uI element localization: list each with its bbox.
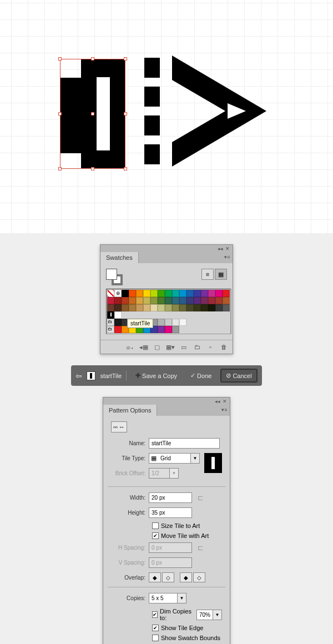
color-swatch[interactable] — [172, 319, 179, 326]
color-swatch[interactable] — [179, 319, 186, 326]
color-swatch[interactable] — [143, 297, 150, 304]
overlap-right-button[interactable]: ◇ — [162, 572, 174, 582]
color-group-folder[interactable]: 🗀 — [107, 319, 114, 326]
color-swatch[interactable] — [201, 297, 208, 304]
color-swatch[interactable] — [172, 297, 179, 304]
color-swatch[interactable] — [158, 304, 165, 311]
color-swatch[interactable] — [179, 304, 186, 311]
selection-handle[interactable] — [91, 112, 94, 115]
trash-icon[interactable]: 🗑 — [219, 343, 228, 351]
done-button[interactable]: ✓ Done — [186, 370, 216, 381]
selection-handle[interactable] — [91, 167, 94, 170]
color-group-folder[interactable]: 🗀 — [107, 326, 114, 333]
selection-handle[interactable] — [91, 57, 94, 61]
color-swatch[interactable] — [179, 290, 186, 297]
move-tile-checkbox[interactable]: ✔ — [152, 532, 159, 539]
color-swatch[interactable] — [114, 319, 122, 326]
color-swatch[interactable] — [194, 297, 201, 304]
artboard-canvas[interactable] — [0, 0, 333, 233]
overlap-bottom-button[interactable]: ◇ — [193, 572, 205, 582]
color-swatch[interactable] — [136, 297, 143, 304]
fill-box[interactable] — [106, 269, 117, 280]
color-swatch[interactable] — [186, 290, 194, 297]
selection-handle[interactable] — [58, 57, 62, 61]
back-arrow-icon[interactable]: ⇦ — [75, 371, 82, 380]
color-swatch[interactable] — [129, 297, 136, 304]
pattern-options-tab[interactable]: Pattern Options — [103, 405, 157, 416]
collapse-icon[interactable]: ◂◂ — [214, 398, 220, 404]
panel-menu-icon[interactable]: ▾≡ — [224, 254, 230, 260]
copies-dropdown[interactable]: 5 x 5 ▼ — [149, 593, 186, 603]
fill-stroke-indicator[interactable] — [106, 269, 123, 285]
color-swatch[interactable] — [179, 297, 186, 304]
swatch-grid[interactable]: ⊕🗀🗀 — [106, 289, 231, 334]
edit-swatch-icon[interactable]: ▭ — [179, 343, 188, 351]
color-swatch[interactable] — [201, 290, 208, 297]
color-swatch[interactable] — [223, 297, 230, 304]
overlap-top-button[interactable]: ◆ — [180, 572, 192, 582]
color-swatch[interactable] — [223, 290, 230, 297]
color-swatch[interactable] — [165, 290, 172, 297]
folder-icon[interactable]: 🗀 — [193, 343, 201, 351]
pattern-tile-tool-button[interactable]: ▫▫ ↔ — [111, 421, 127, 432]
height-field[interactable] — [149, 507, 192, 518]
selection-handle[interactable] — [58, 112, 62, 115]
color-swatch[interactable] — [201, 304, 208, 311]
new-color-group-icon[interactable]: ▦▾ — [166, 343, 175, 351]
color-swatch[interactable] — [165, 304, 172, 311]
color-swatch[interactable] — [158, 297, 165, 304]
swatches-tab[interactable]: Swatches — [100, 252, 139, 263]
panel-titlebar[interactable]: ◂◂ ✕ — [100, 245, 233, 252]
show-swatch-bounds-checkbox[interactable] — [152, 635, 159, 641]
panel-menu-icon[interactable]: ▾≡ — [221, 406, 228, 412]
color-swatch[interactable] — [158, 290, 165, 297]
width-field[interactable] — [149, 492, 192, 503]
selection-handle[interactable] — [58, 167, 62, 170]
color-swatch[interactable] — [215, 304, 223, 311]
color-swatch[interactable] — [194, 304, 201, 311]
selection-handle[interactable] — [124, 112, 127, 115]
color-swatch[interactable] — [150, 297, 158, 304]
swatch-options-icon[interactable]: ▢ — [153, 343, 162, 351]
color-swatch[interactable] — [122, 290, 129, 297]
list-view-button[interactable]: ≡ — [201, 269, 214, 280]
color-swatch[interactable] — [129, 304, 136, 311]
overlap-left-button[interactable]: ◆ — [149, 572, 161, 582]
save-a-copy-button[interactable]: ✚ Save a Copy — [131, 370, 181, 381]
dim-copies-dropdown[interactable]: 70% ▼ — [196, 610, 222, 620]
selection-handle[interactable] — [124, 167, 127, 170]
color-swatch[interactable] — [158, 326, 165, 333]
color-swatch[interactable] — [107, 297, 114, 304]
color-swatch[interactable] — [165, 319, 172, 326]
color-swatch[interactable] — [172, 304, 179, 311]
color-swatch[interactable] — [186, 304, 194, 311]
cancel-button[interactable]: ⊘ Cancel — [220, 369, 257, 383]
swatch-libraries-icon[interactable]: ⎄▾ — [126, 343, 135, 351]
swatch-kinds-icon[interactable]: ◂▦ — [139, 343, 148, 351]
close-icon[interactable]: ✕ — [224, 245, 230, 251]
name-field[interactable] — [149, 438, 220, 449]
new-swatch-icon[interactable]: ▫ — [206, 343, 215, 351]
color-swatch[interactable] — [208, 290, 215, 297]
color-swatch[interactable] — [223, 304, 230, 311]
color-swatch[interactable] — [208, 297, 215, 304]
color-swatch[interactable] — [215, 290, 223, 297]
color-swatch[interactable] — [114, 304, 122, 311]
pattern-swatch[interactable] — [114, 311, 122, 319]
pattern-swatch[interactable] — [107, 311, 114, 319]
color-swatch[interactable] — [143, 290, 150, 297]
panel-titlebar[interactable]: ◂◂ ✕ — [103, 398, 230, 405]
color-swatch[interactable] — [172, 290, 179, 297]
color-swatch[interactable] — [136, 304, 143, 311]
selection-handle[interactable] — [124, 57, 127, 61]
close-icon[interactable]: ✕ — [221, 398, 228, 404]
show-tile-edge-checkbox[interactable]: ✔ — [152, 625, 159, 631]
color-swatch[interactable] — [215, 297, 223, 304]
color-swatch[interactable] — [136, 290, 143, 297]
size-tile-checkbox[interactable] — [152, 522, 159, 529]
color-swatch[interactable] — [122, 297, 129, 304]
color-swatch[interactable] — [158, 319, 165, 326]
color-swatch[interactable] — [165, 326, 172, 333]
color-swatch[interactable] — [165, 297, 172, 304]
color-swatch[interactable] — [150, 304, 158, 311]
